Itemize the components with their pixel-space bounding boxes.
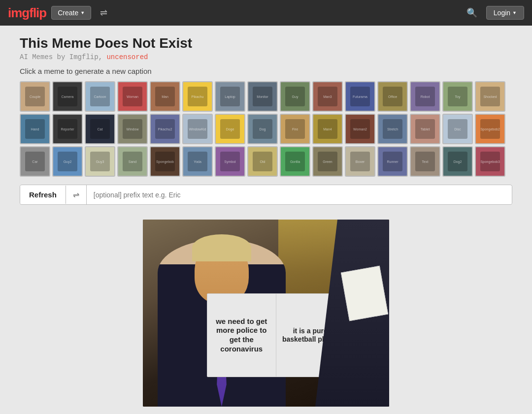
meme-thumb[interactable]: Fire (280, 114, 310, 144)
meme-thumb[interactable]: Office (377, 81, 408, 112)
meme-thumb[interactable]: Laptop (215, 81, 245, 112)
meme-thumb[interactable]: Futurama (345, 81, 375, 112)
logo-text: img (8, 5, 29, 20)
meme-thumb[interactable]: Window (117, 114, 148, 144)
login-button[interactable]: Login (486, 6, 524, 20)
meme-thumb[interactable]: Couple (20, 81, 50, 112)
meme-thumb[interactable]: Stretch (377, 114, 408, 144)
shuffle-header-button[interactable]: ⇌ (96, 5, 111, 20)
meme-thumb[interactable]: Spongebob3 (475, 146, 505, 177)
prefix-input[interactable] (87, 186, 512, 204)
meme-thumb[interactable]: Green (312, 146, 343, 177)
meme-thumb[interactable]: Pikachu (182, 81, 213, 112)
subtitle: AI Memes by Imgflip, uncensored (20, 53, 512, 61)
meme-thumb[interactable]: Text (410, 146, 440, 177)
main-content: This Meme Does Not Exist AI Memes by Img… (0, 26, 532, 414)
meme-thumb[interactable]: Man3 (312, 81, 343, 112)
header: imgflip Create ⇌ 🔍 Login (0, 0, 532, 26)
meme-thumb[interactable]: Woman (117, 81, 148, 112)
meme-thumb[interactable]: Gorilla (280, 146, 310, 177)
meme-thumb[interactable]: Man4 (312, 114, 343, 144)
sign-left-text: we need to get more police to get the co… (207, 294, 276, 377)
meme-thumb[interactable]: Yoda (182, 146, 213, 177)
meme-thumb[interactable]: Dog (247, 114, 278, 144)
meme-thumb[interactable]: Guy (280, 81, 310, 112)
page-title: This Meme Does Not Exist (20, 35, 512, 51)
meme-thumb[interactable]: Guy3 (85, 146, 115, 177)
logo-accent: flip (29, 5, 46, 20)
meme-thumb[interactable]: Doge (215, 114, 245, 144)
meme-thumb[interactable]: Reporter (52, 114, 83, 144)
subtitle-plain: AI Memes by Imgflip, (20, 53, 102, 61)
meme-thumb[interactable]: Dog2 (442, 146, 473, 177)
meme-thumb[interactable]: Monitor (247, 81, 278, 112)
aide-paper (341, 266, 388, 321)
meme-thumb[interactable]: Tablet (410, 114, 440, 144)
uncensored-link[interactable]: uncensored (106, 53, 148, 61)
meme-thumb[interactable]: Old (247, 146, 278, 177)
logo[interactable]: imgflip (8, 5, 46, 21)
meme-thumb[interactable]: Hand (20, 114, 50, 144)
search-icon[interactable]: 🔍 (463, 5, 481, 20)
meme-thumb[interactable]: WindowKid (182, 114, 213, 144)
meme-image[interactable]: we need to get more police to get the co… (143, 220, 389, 407)
meme-thumb[interactable]: Man (150, 81, 180, 112)
meme-thumb[interactable]: Cartoon (85, 81, 115, 112)
meme-thumb[interactable]: Disc (442, 114, 473, 144)
meme-thumb[interactable]: Guy2 (52, 146, 83, 177)
meme-thumb[interactable]: Symbol (215, 146, 245, 177)
shuffle-controls-button[interactable]: ⇌ (66, 185, 87, 204)
meme-thumb[interactable]: Camera (52, 81, 83, 112)
meme-thumb[interactable]: Toy (442, 81, 473, 112)
meme-thumb[interactable]: Spongebob2 (475, 114, 505, 144)
meme-thumb[interactable]: Spongebob (150, 146, 180, 177)
meme-display: we need to get more police to get the co… (20, 215, 512, 414)
meme-thumb[interactable]: Runner (377, 146, 408, 177)
meme-background: we need to get more police to get the co… (143, 220, 389, 407)
meme-thumb[interactable]: Car (20, 146, 50, 177)
meme-thumb[interactable]: Pikachu2 (150, 114, 180, 144)
meme-thumb[interactable]: Shocked (475, 81, 505, 112)
create-button[interactable]: Create (51, 6, 91, 20)
meme-thumb[interactable]: Woman2 (345, 114, 375, 144)
meme-thumb[interactable]: Sand (117, 146, 148, 177)
instruction-text: Click a meme to generate a new caption (20, 67, 512, 75)
meme-grid: CoupleCameraCartoonWomanManPikachuLaptop… (20, 81, 512, 177)
refresh-button[interactable]: Refresh (20, 186, 66, 204)
meme-thumb[interactable]: Robot (410, 81, 440, 112)
controls-row: Refresh ⇌ (20, 185, 512, 205)
meme-thumb[interactable]: Boxer (345, 146, 375, 177)
meme-thumb[interactable]: Cat (85, 114, 115, 144)
